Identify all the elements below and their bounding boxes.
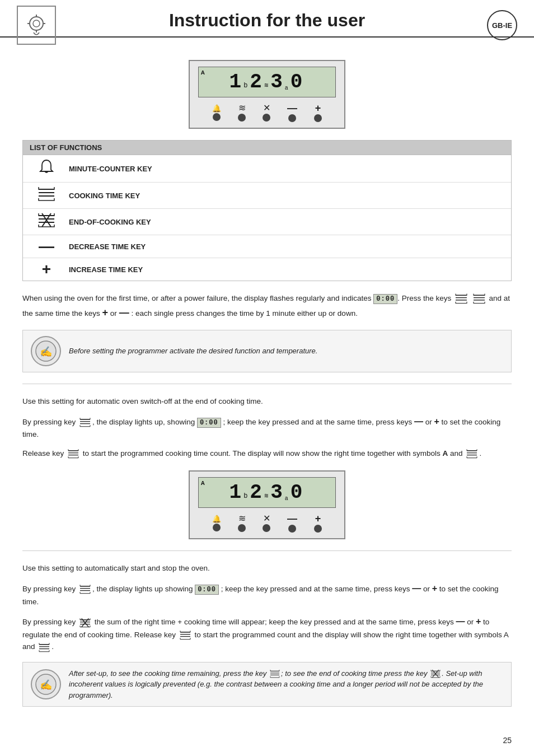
btn-dot-3 <box>263 114 270 122</box>
timer-sup-m2: ≋ <box>264 492 270 500</box>
main-content: A 1 b 2 ≋ 3 a 0 🔔 ≋ ✕ <box>0 43 534 727</box>
s1-cook-icon2 <box>66 449 81 459</box>
btn-end-top: ✕ <box>263 104 270 122</box>
function-label-minus: DECREASE TIME KEY <box>63 242 146 251</box>
digit-m3: 3 <box>270 481 285 504</box>
timer-sup-m1: b <box>243 492 250 500</box>
inline-cook-icon <box>453 293 469 304</box>
bell-symbol-top: 🔔 <box>212 105 221 112</box>
display-000: 0:00 <box>373 294 397 304</box>
section1-para2: By pressing key , the display lights up,… <box>22 414 512 441</box>
digit-4: 0 <box>291 71 305 94</box>
page-header: Instruction for the user GB-IE <box>0 0 534 38</box>
s2-display: 0:00 <box>195 585 219 595</box>
btn-plus-top: + <box>314 103 322 122</box>
timer-panel-top: A 1 b 2 ≋ 3 a 0 🔔 ≋ ✕ <box>189 60 345 129</box>
end-symbol-top: ✕ <box>263 104 270 113</box>
function-row-plus: + INCREASE TIME KEY <box>23 258 511 281</box>
timer-sub1: a <box>285 85 291 91</box>
para1-end: : each single press changes the time by … <box>131 309 357 318</box>
function-icon-end <box>30 212 63 231</box>
digit-m2: 2 <box>250 481 264 504</box>
note-icon-2: ✍ <box>31 669 61 699</box>
timer-sup1: b <box>243 82 250 90</box>
country-badge: GB-IE <box>487 10 517 40</box>
s1-plus: + <box>434 417 439 426</box>
section-separator-1 <box>22 384 512 384</box>
end-symbol-mid: ✕ <box>263 514 270 523</box>
function-label-bell: MINUTE-COUNTER KEY <box>63 165 152 173</box>
btn-dot-m4 <box>288 525 296 533</box>
btn-dot-m1 <box>213 524 221 531</box>
plus-symbol-mid: + <box>315 514 321 524</box>
function-label-plus: INCREASE TIME KEY <box>63 265 143 274</box>
function-label-cook: COOKING TIME KEY <box>63 192 140 200</box>
page-number: 25 <box>503 736 512 745</box>
function-row-end: END-OF-COOKING KEY <box>23 209 511 235</box>
timer-sub-m1: a <box>285 496 291 502</box>
btn-minus-mid: — <box>287 514 297 533</box>
timer-buttons-top: 🔔 ≋ ✕ — + <box>198 101 336 124</box>
para1-text: When using the oven for the first time, … <box>22 294 372 302</box>
note-text-2: After set-up, to see the cooking time re… <box>69 668 503 701</box>
s2-end-icon <box>78 618 92 628</box>
btn-bell-top: 🔔 <box>212 105 221 121</box>
functions-heading: LIST OF FUNCTIONS <box>23 141 511 155</box>
inline-minus: — <box>119 307 129 318</box>
function-icon-minus: — <box>30 239 63 254</box>
inline-cook-icon2 <box>471 293 487 304</box>
timer-display-top: A 1 b 2 ≋ 3 a 0 🔔 ≋ ✕ <box>22 60 512 129</box>
note-box-2: ✍ After set-up, to see the cooking time … <box>22 662 512 707</box>
note2-end-icon <box>429 669 442 678</box>
note-box-1: ✍ Before setting the programmer activate… <box>22 330 512 372</box>
minus-symbol-mid: — <box>287 514 297 524</box>
note-text-1: Before setting the programmer activate t… <box>69 346 317 357</box>
s2-cook-icon3 <box>37 642 51 652</box>
s2-minus2: — <box>456 617 465 626</box>
section-separator-2 <box>22 550 512 551</box>
svg-point-0 <box>30 17 43 30</box>
cook-symbol-top: ≋ <box>238 104 246 113</box>
note2-text: After set-up, to see the cooking time re… <box>69 669 483 699</box>
timer-panel-mid: A 1 b 2 ≋ 3 a 0 🔔 ≋ ✕ <box>189 470 345 539</box>
btn-end-mid: ✕ <box>263 514 270 532</box>
timer-buttons-mid: 🔔 ≋ ✕ — + <box>198 511 336 535</box>
s1-cook-icon <box>78 417 92 427</box>
svg-text:✍: ✍ <box>40 679 53 691</box>
s1-cook-icon3 <box>465 449 479 459</box>
s2-plus2: + <box>476 617 481 626</box>
cook-symbol-mid: ≋ <box>238 514 246 523</box>
timer-a-label-mid: A <box>201 480 207 487</box>
function-icon-cook <box>30 186 63 205</box>
function-label-end: END-OF-COOKING KEY <box>63 218 151 226</box>
section1-para3: Release key to start the programmed cook… <box>22 447 512 460</box>
timer-sup2: ≋ <box>264 81 270 90</box>
function-icon-plus: + <box>30 262 63 277</box>
timer-screen-top: A 1 b 2 ≋ 3 a 0 <box>198 67 336 97</box>
btn-dot-5 <box>314 114 322 122</box>
bell-symbol-mid: 🔔 <box>212 515 221 522</box>
note2-cook-icon <box>269 669 281 678</box>
btn-bell-mid: 🔔 <box>212 515 221 531</box>
s2-cook-icon2 <box>178 630 193 640</box>
para1-mid3: or <box>110 309 117 318</box>
inline-plus: + <box>102 307 109 318</box>
s1-minus: — <box>414 417 423 426</box>
svg-point-1 <box>33 20 40 27</box>
timer-a-label: A <box>201 69 207 76</box>
s2-plus: + <box>432 584 437 593</box>
bold-a: A <box>443 449 448 458</box>
digit-m1: 1 <box>229 481 244 504</box>
btn-cook-mid: ≋ <box>238 514 246 532</box>
digit-2: 2 <box>250 71 264 94</box>
btn-dot-1 <box>213 113 221 121</box>
s1-display: 0:00 <box>197 418 221 428</box>
btn-plus-mid: + <box>314 514 322 533</box>
function-row-cook: COOKING TIME KEY <box>23 183 511 209</box>
s2-minus: — <box>412 584 421 593</box>
para1-mid: . Press the keys <box>397 294 451 302</box>
btn-dot-4 <box>288 114 296 122</box>
btn-cook-top: ≋ <box>238 104 246 122</box>
btn-dot-2 <box>238 114 246 122</box>
btn-dot-m5 <box>314 525 322 533</box>
